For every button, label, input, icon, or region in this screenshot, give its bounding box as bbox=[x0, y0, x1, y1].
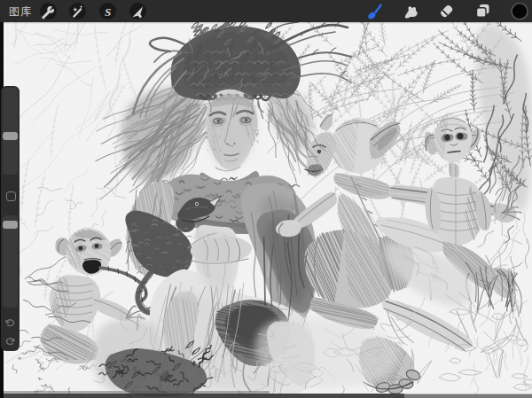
svg-text:S: S bbox=[105, 5, 111, 19]
